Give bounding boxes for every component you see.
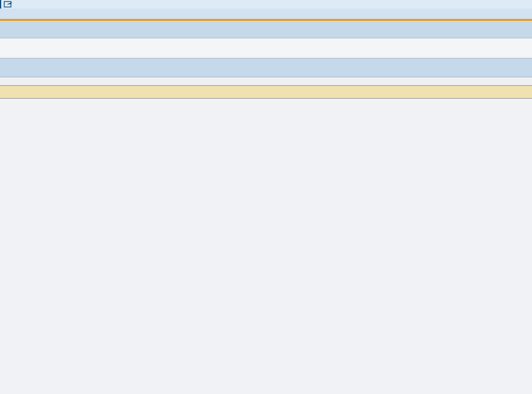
exit-screen-icon[interactable] [2, 1, 15, 9]
system-toolbar [0, 21, 532, 38]
img-structure-tree [0, 99, 532, 394]
content-gap [0, 77, 532, 85]
window-title-strip [0, 0, 532, 9]
sap-display-img-window: { "window": {"system_icon": "exit-screen… [0, 0, 532, 394]
application-toolbar [0, 58, 532, 77]
menu-bar [0, 9, 532, 19]
title-row [0, 38, 532, 58]
structure-panel-header [0, 85, 532, 99]
